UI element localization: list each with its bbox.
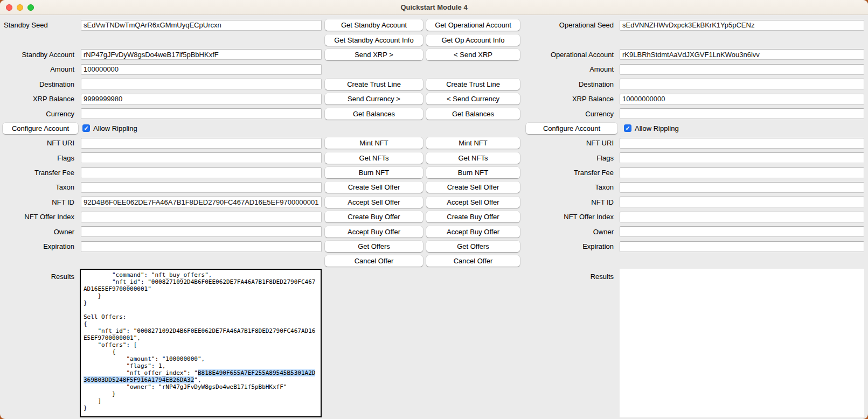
operational-taxon-label: Taxon xyxy=(520,183,617,191)
configure-account-op-button[interactable]: Configure Account xyxy=(526,123,617,134)
operational-results-label: Results xyxy=(520,269,617,281)
get-operational-account-button[interactable]: Get Operational Account xyxy=(426,19,520,31)
standby-xrp-balance-label: XRP Balance xyxy=(0,95,78,103)
accept-buy-offer-op-button[interactable]: Accept Buy Offer xyxy=(426,226,520,238)
operational-nft-uri-label: NFT URI xyxy=(520,139,617,147)
get-offers-op-button[interactable]: Get Offers xyxy=(426,241,520,252)
accept-sell-offer-op-button[interactable]: Accept Sell Offer xyxy=(426,197,520,208)
cancel-offer-standby-button[interactable]: Cancel Offer xyxy=(325,255,423,267)
operational-taxon-input[interactable] xyxy=(620,182,864,193)
send-xrp-left-button[interactable]: < Send XRP xyxy=(426,49,520,60)
operational-expiration-input[interactable] xyxy=(620,241,864,252)
minimize-window-icon[interactable] xyxy=(17,4,23,11)
standby-nft-id-input[interactable] xyxy=(81,197,322,207)
create-buy-offer-op-button[interactable]: Create Buy Offer xyxy=(426,211,520,222)
operational-allow-rippling-label: Allow Rippling xyxy=(635,124,679,132)
create-trust-line-standby-button[interactable]: Create Trust Line xyxy=(325,79,423,90)
operational-transfer-fee-input[interactable] xyxy=(620,167,864,178)
standby-currency-input[interactable] xyxy=(81,108,322,119)
standby-amount-input[interactable] xyxy=(81,64,322,75)
get-standby-account-button[interactable]: Get Standby Account xyxy=(325,19,423,31)
operational-nft-id-input[interactable] xyxy=(620,197,864,207)
standby-xrp-balance-input[interactable] xyxy=(81,94,322,104)
standby-seed-input[interactable] xyxy=(81,20,322,31)
standby-owner-input[interactable] xyxy=(81,226,322,237)
get-balances-op-button[interactable]: Get Balances xyxy=(426,108,520,120)
standby-expiration-label: Expiration xyxy=(0,242,78,250)
operational-expiration-label: Expiration xyxy=(520,242,617,250)
standby-taxon-input[interactable] xyxy=(81,182,322,193)
window-controls xyxy=(6,0,34,15)
window-title: Quickstart Module 4 xyxy=(400,3,467,11)
get-balances-standby-button[interactable]: Get Balances xyxy=(325,108,423,120)
app-window: Quickstart Module 4 Standby Seed Get Sta… xyxy=(0,0,868,419)
standby-transfer-fee-label: Transfer Fee xyxy=(0,169,78,177)
operational-xrp-balance-label: XRP Balance xyxy=(520,95,617,103)
operational-nft-id-label: NFT ID xyxy=(520,198,617,206)
standby-allow-rippling-row: ✓ Allow Rippling xyxy=(82,124,322,132)
operational-account-input[interactable] xyxy=(620,49,864,60)
operational-results-textarea[interactable] xyxy=(620,269,864,417)
zoom-window-icon[interactable] xyxy=(27,4,34,11)
send-currency-right-button[interactable]: Send Currency > xyxy=(325,93,423,104)
standby-transfer-fee-input[interactable] xyxy=(81,167,322,178)
standby-nft-uri-label: NFT URI xyxy=(0,139,78,147)
operational-destination-label: Destination xyxy=(520,80,617,88)
operational-amount-label: Amount xyxy=(520,65,617,73)
create-buy-offer-standby-button[interactable]: Create Buy Offer xyxy=(325,211,423,222)
operational-seed-input[interactable] xyxy=(620,20,864,31)
operational-nft-uri-input[interactable] xyxy=(620,138,864,149)
standby-flags-input[interactable] xyxy=(81,152,322,163)
get-nfts-standby-button[interactable]: Get NFTs xyxy=(325,152,423,164)
get-op-account-info-button[interactable]: Get Op Account Info xyxy=(426,34,520,46)
create-sell-offer-standby-button[interactable]: Create Sell Offer xyxy=(325,181,423,193)
standby-expiration-input[interactable] xyxy=(81,241,322,252)
standby-account-label: Standby Account xyxy=(0,51,78,59)
burn-nft-op-button[interactable]: Burn NFT xyxy=(426,167,520,178)
get-offers-standby-button[interactable]: Get Offers xyxy=(325,241,423,252)
standby-nft-id-label: NFT ID xyxy=(0,198,78,206)
standby-allow-rippling-label: Allow Rippling xyxy=(93,124,137,132)
standby-flags-label: Flags xyxy=(0,154,78,162)
title-bar: Quickstart Module 4 xyxy=(0,0,868,15)
create-trust-line-op-button[interactable]: Create Trust Line xyxy=(426,79,520,90)
operational-owner-input[interactable] xyxy=(620,226,864,237)
create-sell-offer-op-button[interactable]: Create Sell Offer xyxy=(426,181,520,193)
burn-nft-standby-button[interactable]: Burn NFT xyxy=(325,167,423,178)
operational-amount-input[interactable] xyxy=(620,64,864,75)
send-currency-left-button[interactable]: < Send Currency xyxy=(426,93,520,104)
mint-nft-standby-button[interactable]: Mint NFT xyxy=(325,137,423,149)
main-form: Standby Seed Get Standby Account Get Ope… xyxy=(0,15,868,417)
operational-flags-label: Flags xyxy=(520,154,617,162)
accept-buy-offer-standby-button[interactable]: Accept Buy Offer xyxy=(325,226,423,238)
configure-account-standby-button[interactable]: Configure Account xyxy=(3,123,78,134)
operational-nft-offer-index-input[interactable] xyxy=(620,212,864,222)
close-window-icon[interactable] xyxy=(6,4,12,11)
standby-results-textarea[interactable]: "command": "nft_buy_offers", "nft_id": "… xyxy=(80,269,322,417)
mint-nft-op-button[interactable]: Mint NFT xyxy=(426,137,520,149)
operational-destination-input[interactable] xyxy=(620,79,864,89)
operational-currency-label: Currency xyxy=(520,110,617,118)
operational-transfer-fee-label: Transfer Fee xyxy=(520,169,617,177)
standby-nft-offer-index-input[interactable] xyxy=(81,212,322,222)
operational-currency-input[interactable] xyxy=(620,108,864,119)
standby-destination-label: Destination xyxy=(0,80,78,88)
operational-nft-offer-index-label: NFT Offer Index xyxy=(520,213,617,221)
operational-allow-rippling-checkbox[interactable]: ✓ xyxy=(624,124,631,132)
send-xrp-right-button[interactable]: Send XRP > xyxy=(325,49,423,60)
cancel-offer-op-button[interactable]: Cancel Offer xyxy=(426,255,520,267)
get-standby-account-info-button[interactable]: Get Standby Account Info xyxy=(325,34,423,46)
standby-amount-label: Amount xyxy=(0,65,78,73)
accept-sell-offer-standby-button[interactable]: Accept Sell Offer xyxy=(325,197,423,208)
operational-flags-input[interactable] xyxy=(620,152,864,163)
operational-owner-label: Owner xyxy=(520,228,617,236)
get-nfts-op-button[interactable]: Get NFTs xyxy=(426,152,520,164)
standby-account-input[interactable] xyxy=(81,49,322,60)
results-text-pre: "command": "nft_buy_offers", "nft_id": "… xyxy=(84,271,315,376)
standby-destination-input[interactable] xyxy=(81,79,322,89)
operational-account-label: Operational Account xyxy=(520,51,617,59)
operational-seed-label: Operational Seed xyxy=(520,21,617,29)
operational-xrp-balance-input[interactable] xyxy=(620,94,864,104)
standby-nft-uri-input[interactable] xyxy=(81,138,322,149)
standby-allow-rippling-checkbox[interactable]: ✓ xyxy=(82,124,90,132)
